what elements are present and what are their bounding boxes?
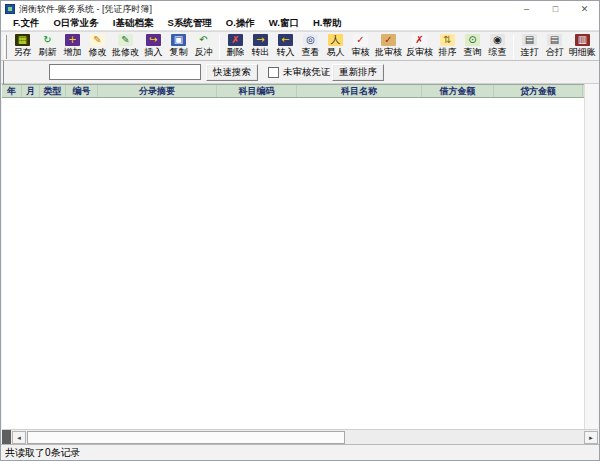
delete-icon: ✗ xyxy=(228,34,243,46)
menu-help[interactable]: H.帮助 xyxy=(306,17,349,30)
toolbar-button-label: 增加 xyxy=(64,46,82,58)
toolbar-button-refresh[interactable]: ↻ 刷新 xyxy=(35,34,60,58)
toolbar: ▦ 另存 ↻ 刷新 + 增加 ✎ 修改 ✎ 批修改 ↪ 插入 ▣ 复制 ↶ 反冲 xyxy=(1,31,599,61)
resort-button[interactable]: 重新排序 xyxy=(332,64,384,81)
menu-window[interactable]: W.窗口 xyxy=(262,17,306,30)
toolbar-button-label: 合打 xyxy=(546,46,564,58)
horizontal-scrollbar: ◄ ► xyxy=(2,429,598,444)
toolbar-button-reverse[interactable]: ↶ 反冲 xyxy=(191,34,216,58)
column-header-debit-amount[interactable]: 借方金额 xyxy=(422,85,494,97)
toolbar-button-label: 综查 xyxy=(489,46,507,58)
column-header-month[interactable]: 月 xyxy=(22,85,40,97)
scroll-left-arrow[interactable]: ◄ xyxy=(12,431,26,444)
toolbar-button-transfer-out[interactable]: → 转出 xyxy=(248,34,273,58)
sort-icon: ⇅ xyxy=(440,34,455,46)
toolbar-button-comprehensive-query[interactable]: ◉ 综查 xyxy=(485,34,510,58)
toolbar-button-label: 审核 xyxy=(352,46,370,58)
toolbar-grip xyxy=(4,35,7,59)
column-header-credit-amount[interactable]: 贷方金额 xyxy=(494,85,583,97)
printer-icon: ▤ xyxy=(547,34,562,46)
transfer-in-icon: ← xyxy=(278,34,293,46)
close-button[interactable]: ✕ xyxy=(570,1,599,17)
toolbar-button-label: 另存 xyxy=(14,46,32,58)
unaudit-icon: ✗ xyxy=(412,34,427,46)
unaudited-voucher-filter: 未审核凭证 xyxy=(268,66,331,79)
menubar: F.文件 O日常业务 I基础档案 S系统管理 O.操作 W.窗口 H.帮助 xyxy=(1,17,599,31)
scrollbar-corner-box xyxy=(2,430,11,445)
change-user-icon: 人 xyxy=(328,34,343,46)
toolbar-button-batch-audit[interactable]: ✓ 批审核 xyxy=(373,34,404,58)
menu-file[interactable]: F.文件 xyxy=(6,17,46,30)
toolbar-button-label: 易人 xyxy=(327,46,345,58)
toolbar-button-audit[interactable]: ✓ 审核 xyxy=(348,34,373,58)
maximize-button[interactable]: □ xyxy=(541,1,570,17)
toolbar-button-transfer-in[interactable]: ← 转入 xyxy=(273,34,298,58)
app-window: 润衡软件-账务系统 - [凭证序时簿] – □ ✕ F.文件 O日常业务 I基础… xyxy=(0,0,600,461)
audit-check-icon: ✓ xyxy=(353,34,368,46)
toolbar-button-label: 转入 xyxy=(277,46,295,58)
vertical-scrollbar[interactable] xyxy=(584,84,598,429)
grid-header: 年 月 类型 编号 分录摘要 科目编码 科目名称 借方金额 贷方金额 xyxy=(2,84,585,98)
toolbar-button-sort[interactable]: ⇅ 排序 xyxy=(435,34,460,58)
menu-basic-archives[interactable]: I基础档案 xyxy=(106,17,161,30)
menu-daily-business[interactable]: O日常业务 xyxy=(46,17,105,30)
toolbar-button-insert[interactable]: ↪ 插入 xyxy=(141,34,166,58)
toolbar-button-change-user[interactable]: 人 易人 xyxy=(323,34,348,58)
query-icon: ⊙ xyxy=(465,34,480,46)
menu-operation[interactable]: O.操作 xyxy=(219,17,262,30)
toolbar-button-query[interactable]: ⊙ 查询 xyxy=(460,34,485,58)
toolbar-button-label: 查询 xyxy=(464,46,482,58)
toolbar-button-merge-print[interactable]: ▤ 合打 xyxy=(542,34,567,58)
view-icon: ◎ xyxy=(303,34,318,46)
menu-system-management[interactable]: S系统管理 xyxy=(160,17,218,30)
toolbar-button-label: 修改 xyxy=(89,46,107,58)
toolbar-separator xyxy=(219,35,220,59)
edit-icon: ✎ xyxy=(90,34,105,46)
ledger-icon: ▥ xyxy=(575,34,590,46)
toolbar-button-detail-ledger[interactable]: ▥ 明细账 xyxy=(567,34,598,58)
quick-search-button[interactable]: 快速搜索 xyxy=(206,64,258,81)
window-title: 润衡软件-账务系统 - [凭证序时簿] xyxy=(19,3,152,16)
toolbar-button-copy[interactable]: ▣ 复制 xyxy=(166,34,191,58)
toolbar-button-batch-modify[interactable]: ✎ 批修改 xyxy=(110,34,141,58)
toolbar-button-label: 批审核 xyxy=(375,46,402,58)
toolbar-button-label: 删除 xyxy=(227,46,245,58)
scroll-right-arrow[interactable]: ► xyxy=(584,431,598,444)
toolbar-button-label: 批修改 xyxy=(112,46,139,58)
toolbar-button-view[interactable]: ◎ 查看 xyxy=(298,34,323,58)
toolbar-button-modify[interactable]: ✎ 修改 xyxy=(85,34,110,58)
column-header-account-name[interactable]: 科目名称 xyxy=(297,85,422,97)
insert-icon: ↪ xyxy=(146,34,161,46)
toolbar-button-label: 复制 xyxy=(170,46,188,58)
toolbar-button-summarize[interactable]: Σ 汇总 xyxy=(598,34,599,58)
toolbar-button-continuous-print[interactable]: ▤ 连打 xyxy=(517,34,542,58)
toolbar-button-label: 连打 xyxy=(521,46,539,58)
horizontal-scroll-thumb[interactable] xyxy=(27,431,345,444)
unaudited-checkbox[interactable] xyxy=(268,67,279,78)
toolbar-button-label: 刷新 xyxy=(39,46,57,58)
binoculars-icon: ◉ xyxy=(490,34,505,46)
toolbar-button-label: 转出 xyxy=(252,46,270,58)
column-header-type[interactable]: 类型 xyxy=(40,85,66,97)
column-header-year[interactable]: 年 xyxy=(2,85,22,97)
unaudited-checkbox-label: 未审核凭证 xyxy=(283,66,331,79)
grid-body[interactable] xyxy=(2,98,585,429)
toolbar-button-add[interactable]: + 增加 xyxy=(60,34,85,58)
titlebar: 润衡软件-账务系统 - [凭证序时簿] – □ ✕ xyxy=(1,1,599,17)
column-header-account-code[interactable]: 科目编码 xyxy=(217,85,297,97)
toolbar-button-label: 查看 xyxy=(302,46,320,58)
minimize-button[interactable]: – xyxy=(512,1,541,17)
column-header-number[interactable]: 编号 xyxy=(66,85,98,97)
search-row: 快速搜索 未审核凭证 重新排序 xyxy=(1,61,599,84)
toolbar-button-label: 排序 xyxy=(439,46,457,58)
quick-search-input[interactable] xyxy=(49,64,201,80)
toolbar-button-delete[interactable]: ✗ 删除 xyxy=(223,34,248,58)
transfer-out-icon: → xyxy=(253,34,268,46)
column-header-entry-summary[interactable]: 分录摘要 xyxy=(98,85,217,97)
toolbar-button-unaudit[interactable]: ✗ 反审核 xyxy=(404,34,435,58)
toolbar-separator xyxy=(513,35,514,59)
save-as-icon: ▦ xyxy=(15,34,30,46)
toolbar-button-save-as[interactable]: ▦ 另存 xyxy=(10,34,35,58)
window-controls: – □ ✕ xyxy=(512,1,599,17)
record-count-status: 共读取了0条记录 xyxy=(5,446,81,460)
